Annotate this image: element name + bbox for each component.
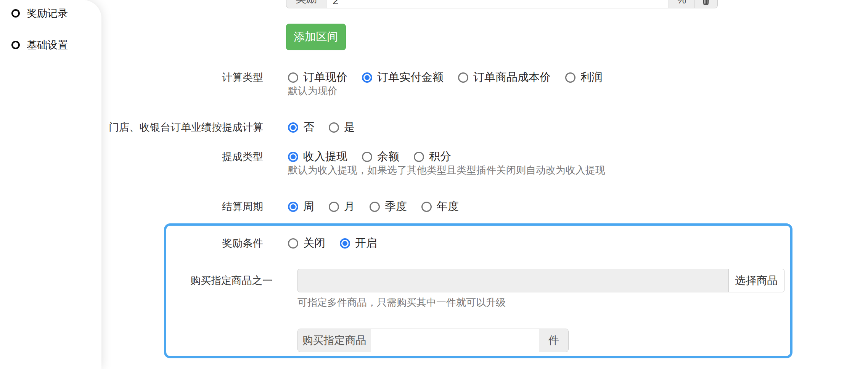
radio-option-label: 利润: [580, 70, 603, 85]
radio-option-label: 关闭: [303, 236, 325, 251]
circle-icon: [11, 41, 20, 49]
radio-icon: [340, 238, 350, 249]
percent-addon: %: [669, 0, 694, 8]
specified-product-one-label: 购买指定商品之一: [0, 274, 273, 287]
store-commission-label: 门店、收银台订单业绩按提成计算: [0, 121, 263, 134]
choose-product-button[interactable]: 选择商品: [728, 269, 784, 292]
reward-interval-input-group: 奖励 %: [286, 0, 718, 8]
radio-week[interactable]: 周: [288, 199, 314, 214]
sidebar-item-reward-records[interactable]: 奖励记录: [11, 5, 68, 21]
radio-option-label: 开启: [355, 236, 377, 251]
commission-type-label: 提成类型: [0, 150, 263, 163]
calc-type-hint: 默认为现价: [288, 85, 338, 97]
trash-icon: [701, 0, 711, 6]
radio-option-label: 周: [303, 199, 314, 214]
radio-balance[interactable]: 余额: [362, 149, 399, 164]
radio-option-label: 季度: [385, 199, 407, 214]
radio-icon: [288, 72, 298, 83]
radio-income-withdraw[interactable]: 收入提现: [288, 149, 347, 164]
radio-option-label: 是: [344, 120, 355, 135]
radio-option-label: 余额: [377, 149, 399, 164]
sidebar-item-label: 基础设置: [27, 37, 68, 53]
circle-icon: [11, 9, 20, 18]
radio-order-paid-amount[interactable]: 订单实付金额: [362, 70, 444, 85]
reward-condition-options: 关闭 开启: [288, 237, 392, 250]
radio-year[interactable]: 年度: [421, 199, 459, 214]
radio-on[interactable]: 开启: [340, 236, 377, 251]
radio-option-label: 订单商品成本价: [473, 70, 551, 85]
radio-option-label: 否: [303, 120, 314, 135]
radio-option-label: 订单实付金额: [377, 70, 444, 85]
radio-icon: [329, 122, 339, 133]
settlement-cycle-options: 周 月 季度 年度: [288, 200, 473, 213]
store-commission-options: 否 是: [288, 121, 370, 134]
radio-icon: [362, 152, 372, 162]
calc-type-label: 计算类型: [0, 71, 263, 84]
radio-icon: [288, 122, 298, 133]
radio-icon: [329, 202, 339, 212]
specified-product-qty-group: 购买指定商品 件: [297, 329, 569, 352]
settlement-cycle-label: 结算周期: [0, 200, 263, 213]
radio-option-label: 收入提现: [303, 149, 347, 164]
commission-type-options: 收入提现 余额 积分: [288, 150, 466, 163]
radio-option-label: 月: [344, 199, 355, 214]
specified-product-one-hint: 可指定多件商品，只需购买其中一件就可以升级: [297, 296, 506, 308]
radio-no[interactable]: 否: [288, 120, 314, 135]
radio-icon: [565, 72, 575, 83]
radio-quarter[interactable]: 季度: [370, 199, 407, 214]
radio-month[interactable]: 月: [329, 199, 355, 214]
qty-label-addon: 购买指定商品: [297, 329, 371, 352]
sidebar-item-label: 奖励记录: [27, 5, 68, 21]
radio-option-label: 订单现价: [303, 70, 347, 85]
radio-order-original-price[interactable]: 订单现价: [288, 70, 347, 85]
reward-condition-label: 奖励条件: [0, 237, 263, 250]
qty-input[interactable]: [371, 329, 539, 352]
radio-option-label: 年度: [437, 199, 459, 214]
radio-points[interactable]: 积分: [414, 149, 451, 164]
radio-profit[interactable]: 利润: [565, 70, 603, 85]
add-interval-button[interactable]: 添加区间: [286, 24, 346, 50]
radio-icon: [362, 72, 372, 83]
radio-icon: [288, 202, 298, 212]
specified-products-input: [297, 269, 729, 292]
radio-icon: [288, 238, 298, 249]
delete-interval-button[interactable]: [694, 0, 718, 8]
radio-option-label: 积分: [429, 149, 451, 164]
sidebar-item-basic-settings[interactable]: 基础设置: [11, 37, 68, 53]
radio-icon: [414, 152, 424, 162]
radio-icon: [288, 152, 298, 162]
specified-product-one-group: 选择商品: [297, 269, 784, 292]
reward-rate-input[interactable]: [326, 0, 669, 8]
radio-icon: [421, 202, 432, 212]
radio-icon: [458, 72, 468, 83]
sidebar: 奖励记录 基础设置: [0, 0, 101, 369]
radio-icon: [370, 202, 380, 212]
reward-label-addon: 奖励: [286, 0, 326, 8]
unit-addon: 件: [539, 329, 569, 352]
radio-yes[interactable]: 是: [329, 120, 355, 135]
radio-order-goods-cost[interactable]: 订单商品成本价: [458, 70, 551, 85]
commission-type-hint: 默认为收入提现，如果选了其他类型且类型插件关闭则自动改为收入提现: [288, 164, 605, 176]
calc-type-options: 订单现价 订单实付金额 订单商品成本价 利润: [288, 71, 617, 84]
radio-off[interactable]: 关闭: [288, 236, 325, 251]
